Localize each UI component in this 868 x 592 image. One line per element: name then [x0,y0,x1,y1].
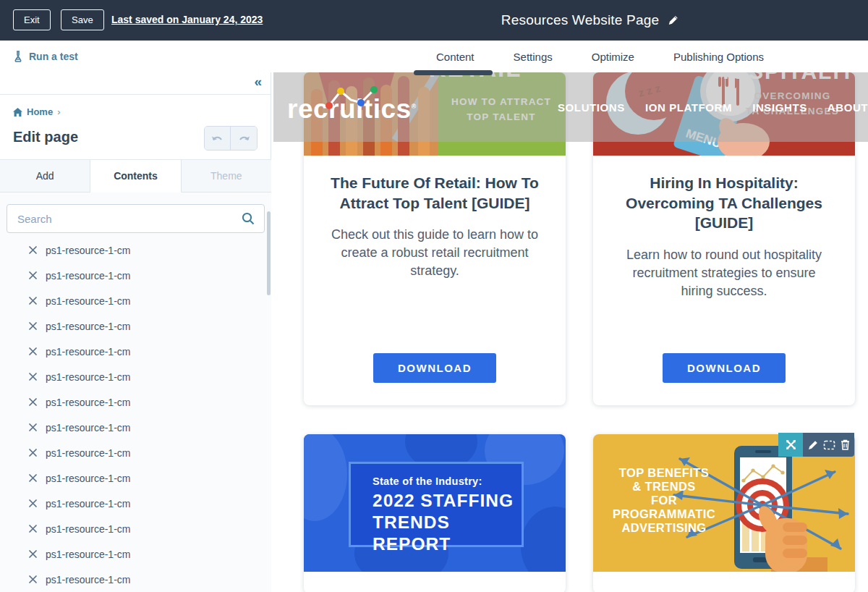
remove-module-x-icon[interactable] [29,449,37,457]
redo-button[interactable] [231,127,257,150]
resource-card-programmatic[interactable]: TOP BENEFITS & TRENDS FOR PROGRAMMATIC A… [593,434,855,592]
remove-module-x-icon[interactable] [29,550,37,558]
module-list-item[interactable]: ps1-resource-1-cm [0,364,271,389]
module-label: ps1-resource-1-cm [46,574,130,585]
tab-publishing-options[interactable]: Publishing Options [673,51,764,63]
breadcrumb-home-label: Home [27,106,53,117]
module-label: ps1-resource-1-cm [46,371,130,383]
search-input[interactable] [17,205,234,232]
nav-solutions[interactable]: SOLUTIONS [558,101,625,114]
staffing-line1: 2022 STAFFING [373,490,522,512]
site-nav: SOLUTIONS ION PLATFORM INSIGHTS ABOUT [558,72,868,142]
sidebar-tabs: Add Contents Theme [0,159,271,193]
search-box [7,204,265,233]
retail-card-title: The Future Of Retail: How To Attract Top… [321,173,548,213]
page-editor-app: Exit Save Last saved on January 24, 2023… [0,0,868,592]
staffing-title-box: State of the Industry: 2022 STAFFING TRE… [349,462,524,547]
remove-module-x-icon[interactable] [29,474,37,482]
remove-module-x-icon[interactable] [29,398,37,406]
remove-module-x-icon[interactable] [29,246,37,254]
tab-settings[interactable]: Settings [514,51,553,63]
remove-module-x-icon[interactable] [29,271,37,279]
hospitality-card-description: Learn how to round out hospitality recru… [615,246,833,300]
search-icon [242,212,255,228]
recruitics-logo[interactable]: recruitics® [287,94,417,124]
module-list-item[interactable]: ps1-resource-1-cm [0,567,271,592]
edit-title-pencil-icon[interactable] [668,14,679,26]
module-list-item[interactable]: ps1-resource-1-cm [0,415,271,440]
remove-module-x-icon[interactable] [29,575,37,583]
undo-redo-group [204,126,258,151]
module-label: ps1-resource-1-cm [46,295,130,307]
module-list-item[interactable]: ps1-resource-1-cm [0,465,271,491]
staffing-line2: TRENDS REPORT [373,512,522,555]
staffing-kicker: State of the Industry: [373,475,522,487]
nav-about[interactable]: ABOUT [827,101,868,114]
module-label: ps1-resource-1-cm [46,422,130,434]
undo-button[interactable] [205,127,231,150]
module-label: ps1-resource-1-cm [46,321,130,332]
nav-ion-platform[interactable]: ION PLATFORM [645,101,732,114]
delete-module-trash-icon[interactable] [841,439,850,450]
drag-module-handle[interactable] [778,433,803,457]
nav-insights[interactable]: INSIGHTS [752,101,807,114]
module-label: ps1-resource-1-cm [46,270,130,282]
module-list-item[interactable]: ps1-resource-1-cm [0,389,271,415]
sidebar-collapse-row: « [0,72,271,95]
remove-module-x-icon[interactable] [29,423,37,431]
logo-chart-line-icon [323,85,381,110]
remove-module-x-icon[interactable] [29,373,37,381]
editor-subbar: Run a test Content Settings Optimize Pub… [0,41,868,72]
module-list-item[interactable]: ps1-resource-1-cm [0,339,271,364]
module-list-item[interactable]: ps1-resource-1-cm [0,516,271,541]
remove-module-x-icon[interactable] [29,347,37,355]
save-section-dashed-box-icon[interactable] [823,440,835,450]
sidebar-tab-add[interactable]: Add [0,160,90,193]
home-icon [13,108,22,117]
page-preview-pane: RETAIL HOW TO ATTRACT TOP TALENT The Fut… [271,72,868,592]
retail-download-button[interactable]: DOWNLOAD [373,353,496,383]
last-saved-link[interactable]: Last saved on January 24, 2023 [111,14,263,25]
tab-optimize[interactable]: Optimize [592,51,634,63]
module-list-item[interactable]: ps1-resource-1-cm [0,313,271,339]
edit-sidebar: « Home › Edit page Add Contents Theme [0,72,271,592]
sidebar-tab-theme[interactable]: Theme [182,160,271,193]
remove-module-x-icon[interactable] [29,322,37,330]
move-x-icon [786,439,796,450]
flask-icon [13,51,23,62]
edit-module-pencil-icon[interactable] [808,439,819,450]
breadcrumb-chevron-icon: › [57,106,60,117]
sidebar-scrollbar-thumb[interactable] [267,211,271,295]
run-a-test-link[interactable]: Run a test [13,41,78,72]
contents-panel: ps1-resource-1-cm ps1-resource-1-cm ps1-… [0,193,271,592]
module-list-item[interactable]: ps1-resource-1-cm [0,263,271,288]
page-title: Resources Website Page [501,12,659,28]
module-list-item[interactable]: ps1-resource-1-cm [0,491,271,516]
remove-module-x-icon[interactable] [29,525,37,533]
staffing-card-image: State of the Industry: 2022 STAFFING TRE… [304,434,566,572]
module-label: ps1-resource-1-cm [46,549,130,560]
active-tab-indicator [414,70,493,75]
module-label: ps1-resource-1-cm [46,346,130,358]
module-list-item[interactable]: ps1-resource-1-cm [0,541,271,567]
exit-button[interactable]: Exit [13,9,51,30]
breadcrumb[interactable]: Home › [13,106,60,117]
save-button[interactable]: Save [61,9,104,30]
hospitality-download-button[interactable]: DOWNLOAD [663,353,786,383]
module-list-item[interactable]: ps1-resource-1-cm [0,237,271,263]
module-list-item[interactable]: ps1-resource-1-cm [0,440,271,465]
module-label: ps1-resource-1-cm [46,473,130,484]
remove-module-x-icon[interactable] [29,499,37,507]
module-list: ps1-resource-1-cm ps1-resource-1-cm ps1-… [0,237,271,592]
sidebar-tab-contents[interactable]: Contents [90,160,181,193]
edit-page-heading: Edit page [13,129,78,145]
collapse-sidebar-icon[interactable]: « [254,74,262,90]
module-hover-toolbar [778,433,854,457]
module-label: ps1-resource-1-cm [46,245,130,256]
remove-module-x-icon[interactable] [29,297,37,305]
tab-content[interactable]: Content [436,51,475,63]
editor-tabs: Content Settings Optimize Publishing Opt… [436,41,764,72]
module-toolbar-actions [803,433,854,457]
module-list-item[interactable]: ps1-resource-1-cm [0,288,271,313]
resource-card-staffing-trends[interactable]: State of the Industry: 2022 STAFFING TRE… [304,434,566,592]
